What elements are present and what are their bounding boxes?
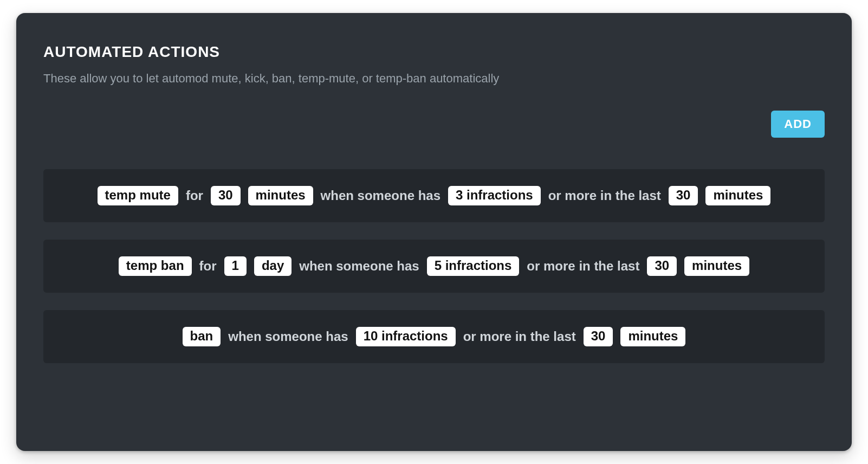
rule-action-select[interactable]: temp ban [119,256,192,276]
rule-window-unit-select[interactable]: minutes [684,256,749,276]
rules-list: temp mute for 30 minutes when someone ha… [43,169,825,363]
rule-duration-value-input[interactable]: 30 [211,186,241,205]
rule-duration-unit-select[interactable]: day [254,256,292,276]
rule-window-value-input[interactable]: 30 [647,256,677,276]
rule-duration-unit-select[interactable]: minutes [248,186,313,205]
rule-window-value-input[interactable]: 30 [669,186,698,205]
label-or-more-in-the-last: or more in the last [548,188,661,203]
add-button[interactable]: ADD [771,111,825,138]
label-for: for [186,188,203,203]
label-or-more-in-the-last: or more in the last [463,329,576,344]
label-when-someone-has: when someone has [299,259,419,274]
rule-window-unit-select[interactable]: minutes [705,186,770,205]
label-or-more-in-the-last: or more in the last [527,259,639,274]
label-for: for [199,259,217,274]
panel-actions-bar: ADD [43,111,825,138]
rule-window-unit-select[interactable]: minutes [620,327,685,346]
panel-subtitle: These allow you to let automod mute, kic… [43,72,825,86]
rule-infractions-input[interactable]: 3 infractions [448,186,541,205]
rule-action-select[interactable]: temp mute [98,186,178,205]
label-when-someone-has: when someone has [228,329,348,344]
label-when-someone-has: when someone has [321,188,441,203]
rule-window-value-input[interactable]: 30 [584,327,613,346]
rule-action-select[interactable]: ban [183,327,221,346]
rule-infractions-input[interactable]: 5 infractions [427,256,520,276]
rule-row: temp mute for 30 minutes when someone ha… [43,169,825,222]
automated-actions-panel: AUTOMATED ACTIONS These allow you to let… [16,13,852,451]
page-root: AUTOMATED ACTIONS These allow you to let… [0,0,868,464]
rule-duration-value-input[interactable]: 1 [224,256,247,276]
panel-title: AUTOMATED ACTIONS [43,43,825,61]
rule-row: temp ban for 1 day when someone has 5 in… [43,240,825,293]
rule-infractions-input[interactable]: 10 infractions [356,327,456,346]
rule-row: ban when someone has 10 infractions or m… [43,310,825,363]
